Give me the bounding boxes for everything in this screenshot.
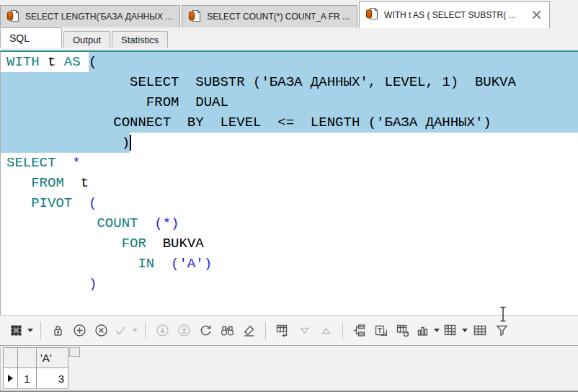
- table-export-icon: [275, 323, 290, 338]
- code-segment: AS: [64, 52, 81, 72]
- filter-icon: [494, 323, 510, 338]
- code-line[interactable]: ): [1, 133, 578, 153]
- dropdown-arrow-icon[interactable]: [132, 329, 138, 332]
- triangle-down-icon: [297, 323, 312, 338]
- insert-record-button[interactable]: [70, 321, 89, 341]
- grid-mode-icon: [9, 323, 24, 338]
- fetch-all-button[interactable]: [174, 321, 193, 341]
- sort-ascending-button[interactable]: [316, 321, 335, 341]
- code-line[interactable]: FROM t: [1, 173, 578, 193]
- code-segment: [6, 274, 89, 294]
- bar-chart-icon: [415, 323, 430, 338]
- dropdown-arrow-icon[interactable]: [462, 329, 468, 332]
- grid-rownum-header: [18, 348, 36, 368]
- code-segment: ): [89, 274, 97, 294]
- arrow-down-bar-circle-icon: [177, 323, 192, 338]
- code-line[interactable]: FROM DUAL: [1, 92, 578, 112]
- results-toolbar: [0, 315, 578, 346]
- code-segment: [81, 52, 89, 72]
- current-row-marker-icon: [8, 375, 13, 382]
- code-segment: WITH: [6, 52, 40, 72]
- row-number: 1: [24, 373, 30, 385]
- post-changes-button[interactable]: [113, 321, 138, 341]
- delete-record-button[interactable]: [92, 321, 110, 341]
- lock-icon: [50, 323, 66, 338]
- doc-tab-2[interactable]: SELECT COUNT(*) COUNT_A FR ...: [182, 5, 357, 27]
- tree-view-button[interactable]: [350, 321, 369, 341]
- check-icon: [113, 323, 128, 338]
- clear-results-button[interactable]: [239, 321, 258, 341]
- fetch-next-page-button[interactable]: [153, 321, 172, 341]
- refresh-icon: [198, 323, 213, 338]
- code-editor[interactable]: WITH t AS ( SELECT SUBSTR ('БАЗА ДАННЫХ'…: [0, 50, 578, 315]
- code-segment: t: [64, 173, 89, 193]
- grid-corner-cell: [4, 348, 17, 368]
- dropdown-arrow-icon[interactable]: [434, 329, 440, 332]
- pivot-grid-button[interactable]: [443, 321, 468, 341]
- code-segment: [55, 153, 72, 173]
- tab-statistics-label: Statistics: [121, 35, 159, 45]
- sql-document-icon: [365, 6, 379, 23]
- column-header-stub: [69, 347, 80, 357]
- code-segment: [154, 254, 171, 274]
- app-window: SELECT LENGTH('БАЗА ДАННЫХ ... SELECT CO…: [0, 0, 578, 392]
- lock-record-button[interactable]: [48, 321, 67, 341]
- code-line[interactable]: FOR BUKVA: [1, 233, 578, 254]
- code-line[interactable]: IN ('A'): [1, 254, 578, 274]
- x-circle-icon: [94, 323, 109, 338]
- code-line[interactable]: ): [1, 274, 578, 294]
- refresh-query-button[interactable]: [196, 321, 215, 341]
- code-line[interactable]: COUNT (*): [1, 213, 578, 233]
- pivot-icon: [443, 323, 458, 338]
- code-segment: [138, 213, 154, 233]
- code-segment: FROM: [31, 173, 64, 193]
- code-segment: (*): [154, 213, 179, 233]
- code-line[interactable]: CONNECT BY LEVEL <= LENGTH ('БАЗА ДАННЫХ…: [1, 112, 578, 133]
- filter-button[interactable]: [492, 321, 511, 341]
- tab-sql[interactable]: SQL: [0, 27, 62, 48]
- sort-descending-button[interactable]: [295, 321, 314, 341]
- tab-output[interactable]: Output: [63, 31, 110, 48]
- code-segment: ): [1, 133, 130, 153]
- grid-value-cell[interactable]: 3: [37, 368, 68, 388]
- save-results-button[interactable]: [372, 321, 391, 341]
- code-segment: [6, 193, 31, 213]
- code-segment: [72, 193, 89, 213]
- code-line[interactable]: WITH t AS (: [1, 52, 578, 72]
- tree-icon: [352, 323, 368, 338]
- doc-tab-3-active[interactable]: WITH t AS ( SELECT SUBSTR( ...: [359, 1, 549, 28]
- save-text-icon: [373, 323, 389, 338]
- find-button[interactable]: [218, 321, 236, 341]
- code-line[interactable]: PIVOT (: [1, 193, 578, 213]
- code-segment: SELECT SUBSTR ('БАЗА ДАННЫХ', LEVEL, 1) …: [6, 72, 516, 92]
- text-caret: [130, 135, 131, 151]
- dropdown-arrow-icon[interactable]: [27, 329, 33, 332]
- close-tab-icon[interactable]: [531, 9, 542, 20]
- tab-output-label: Output: [73, 35, 101, 45]
- code-segment: *: [72, 153, 80, 173]
- export-grid-button[interactable]: [273, 321, 292, 341]
- code-line[interactable]: SELECT *: [1, 153, 578, 173]
- code-line[interactable]: SELECT SUBSTR ('БАЗА ДАННЫХ', LEVEL, 1) …: [1, 72, 578, 92]
- code-segment: [6, 254, 138, 274]
- table-view-button[interactable]: [471, 321, 489, 341]
- view-tab-bar: SQL Output Statistics: [0, 27, 578, 48]
- reload-grid-button[interactable]: [394, 321, 412, 341]
- grid-column-header-a[interactable]: 'A': [37, 348, 68, 368]
- grid-options-button[interactable]: [9, 321, 33, 341]
- code-segment: [6, 233, 122, 254]
- sql-document-icon: [6, 9, 20, 25]
- chart-button[interactable]: [415, 321, 440, 341]
- toolbar-separator: [265, 322, 266, 339]
- sql-document-icon: [188, 9, 202, 25]
- binoculars-icon: [219, 323, 236, 338]
- doc-tab-label: WITH t AS ( SELECT SUBSTR( ...: [384, 10, 515, 20]
- cell-value: 3: [58, 373, 64, 385]
- code-segment: [6, 213, 97, 233]
- toolbar-separator: [40, 322, 41, 339]
- toolbar-separator: [342, 322, 343, 339]
- code-segment: CONNECT BY LEVEL <= LENGTH ('БАЗА ДАННЫХ…: [6, 112, 492, 133]
- tab-statistics[interactable]: Statistics: [112, 31, 168, 48]
- doc-tab-1[interactable]: SELECT LENGTH('БАЗА ДАННЫХ ...: [0, 5, 180, 27]
- code-segment: (: [89, 193, 97, 213]
